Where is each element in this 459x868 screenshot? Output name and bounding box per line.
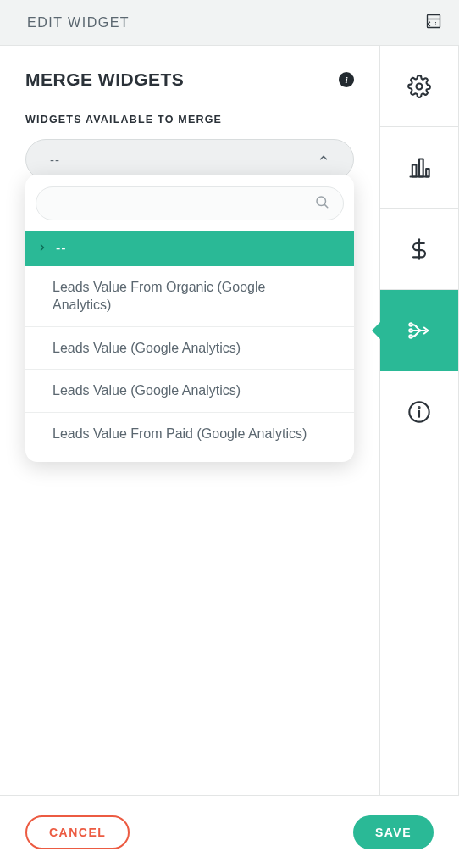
svg-rect-4 bbox=[412, 164, 417, 176]
dropdown-search[interactable] bbox=[36, 186, 344, 220]
sidebar-item-merge[interactable] bbox=[380, 290, 458, 371]
merge-option[interactable]: Leads Value (Google Analytics) bbox=[25, 370, 354, 413]
merge-dropdown-wrap: -- --Leads Value From Organic (Google An… bbox=[25, 139, 354, 180]
svg-rect-5 bbox=[419, 159, 423, 176]
page-title: EDIT WIDGET bbox=[27, 15, 130, 31]
svg-rect-6 bbox=[426, 169, 429, 176]
merge-dropdown[interactable]: -- bbox=[25, 139, 354, 180]
merge-option-label: -- bbox=[56, 239, 67, 258]
svg-point-13 bbox=[418, 407, 419, 408]
merge-dropdown-value: -- bbox=[50, 153, 60, 167]
sidebar bbox=[379, 46, 459, 795]
chevron-right-icon bbox=[37, 239, 47, 258]
dropdown-search-input[interactable] bbox=[50, 197, 314, 210]
svg-point-3 bbox=[417, 83, 423, 89]
merge-option-label: Leads Value (Google Analytics) bbox=[53, 381, 241, 400]
sidebar-item-chart[interactable] bbox=[380, 127, 458, 209]
merge-options-list: --Leads Value From Organic (Google Analy… bbox=[25, 231, 354, 455]
svg-line-2 bbox=[324, 204, 327, 207]
sidebar-item-info[interactable] bbox=[380, 371, 458, 453]
merge-option-label: Leads Value From Paid (Google Analytics) bbox=[53, 425, 307, 443]
cancel-button[interactable]: CANCEL bbox=[25, 815, 130, 849]
info-icon[interactable]: i bbox=[339, 72, 354, 87]
merge-option[interactable]: Leads Value (Google Analytics) bbox=[25, 327, 354, 370]
section-header: MERGE WIDGETS i bbox=[25, 70, 354, 90]
merge-option-label: Leads Value (Google Analytics) bbox=[53, 339, 241, 358]
app-header: EDIT WIDGET bbox=[0, 0, 459, 46]
body-area: MERGE WIDGETS i WIDGETS AVAILABLE TO MER… bbox=[0, 46, 459, 795]
sidebar-item-currency[interactable] bbox=[380, 209, 458, 290]
merge-option[interactable]: -- bbox=[25, 231, 354, 266]
layout-icon[interactable] bbox=[425, 13, 442, 33]
merge-dropdown-panel: --Leads Value From Organic (Google Analy… bbox=[25, 175, 354, 462]
merge-option[interactable]: Leads Value From Paid (Google Analytics) bbox=[25, 413, 354, 455]
main-content: MERGE WIDGETS i WIDGETS AVAILABLE TO MER… bbox=[0, 46, 379, 795]
section-title: MERGE WIDGETS bbox=[25, 70, 184, 90]
merge-field-label: WIDGETS AVAILABLE TO MERGE bbox=[25, 114, 354, 125]
footer: CANCEL SAVE bbox=[0, 795, 459, 868]
sidebar-item-settings[interactable] bbox=[380, 46, 458, 127]
chevron-up-icon bbox=[318, 152, 329, 167]
merge-option-label: Leads Value From Organic (Google Analyti… bbox=[53, 278, 327, 314]
search-icon bbox=[314, 194, 329, 213]
merge-option[interactable]: Leads Value From Organic (Google Analyti… bbox=[25, 266, 354, 327]
save-button[interactable]: SAVE bbox=[353, 815, 434, 849]
